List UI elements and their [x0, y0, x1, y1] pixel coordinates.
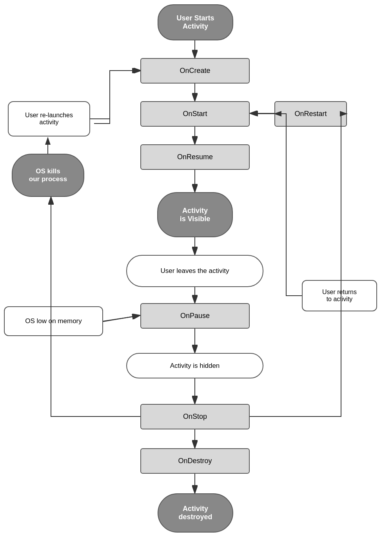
svg-line-13	[103, 315, 140, 322]
user-starts-label: User Starts Activity	[176, 14, 214, 31]
on-create-node: OnCreate	[140, 58, 250, 84]
on-restart-label: OnRestart	[294, 110, 327, 118]
activity-destroyed-node: Activity destroyed	[158, 493, 233, 533]
activity-hidden-node: Activity is hidden	[126, 353, 263, 378]
user-leaves-label: User leaves the activity	[161, 267, 229, 275]
os-low-memory-label: OS low on memory	[25, 317, 82, 325]
user-relaunches-node: User re-launches activity	[8, 101, 90, 136]
on-start-label: OnStart	[183, 110, 207, 118]
on-create-label: OnCreate	[180, 67, 210, 75]
user-returns-label: User returns to activity	[322, 289, 357, 303]
on-stop-label: OnStop	[183, 413, 207, 421]
on-destroy-label: OnDestroy	[178, 457, 212, 465]
user-relaunches-label: User re-launches activity	[25, 112, 73, 126]
on-pause-node: OnPause	[140, 303, 250, 329]
user-starts-activity: User Starts Activity	[158, 4, 233, 40]
activity-destroyed-label: Activity destroyed	[178, 505, 212, 521]
os-low-memory-node: OS low on memory	[4, 306, 103, 336]
svg-line-28	[103, 316, 139, 321]
os-kills-node: OS kills our process	[12, 154, 84, 197]
user-leaves-node: User leaves the activity	[126, 255, 263, 287]
activity-visible-label: Activity is Visible	[180, 207, 211, 223]
activity-visible-node: Activity is Visible	[157, 192, 233, 237]
on-resume-label: OnResume	[177, 153, 213, 161]
os-kills-label: OS kills our process	[29, 167, 67, 183]
user-returns-node: User returns to activity	[302, 280, 377, 311]
on-restart-node: OnRestart	[274, 101, 347, 127]
on-stop-node: OnStop	[140, 404, 250, 429]
on-pause-label: OnPause	[180, 312, 210, 320]
activity-hidden-label: Activity is hidden	[170, 362, 220, 370]
diagram-container: User Starts Activity OnCreate OnStart On…	[0, 0, 392, 540]
on-resume-node: OnResume	[140, 144, 250, 170]
on-start-node: OnStart	[140, 101, 250, 127]
on-destroy-node: OnDestroy	[140, 448, 250, 474]
